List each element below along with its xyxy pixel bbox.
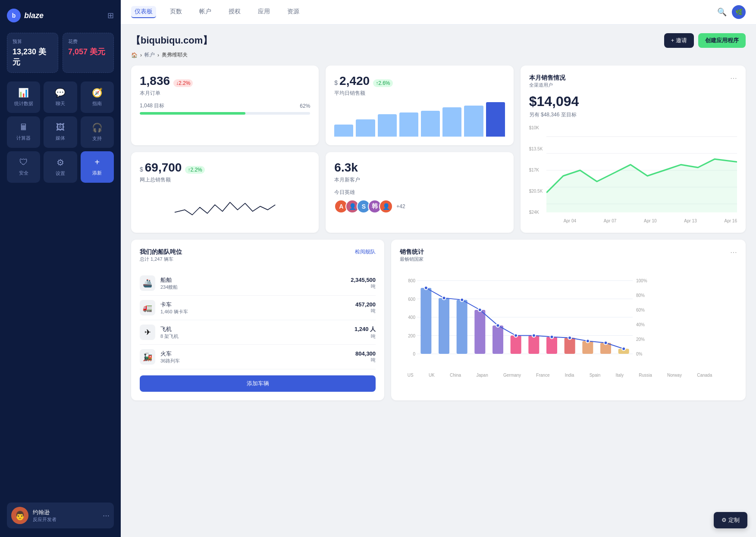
add-vehicle-button[interactable]: 添加车辆 xyxy=(140,375,376,392)
nav-item-chat[interactable]: 💬 聊天 xyxy=(44,81,77,113)
svg-point-44 xyxy=(604,341,608,345)
customers-label: 本月新客户 xyxy=(334,176,505,184)
tab-account[interactable]: 帐户 xyxy=(196,6,215,18)
customize-button[interactable]: ⚙ 定制 xyxy=(714,512,747,528)
fleet-header: 我们的船队吨位 总计 1,247 辆车 检阅舰队 xyxy=(140,248,376,269)
svg-point-35 xyxy=(442,296,446,300)
fleet-item-unit: 吨 xyxy=(355,308,376,314)
country-label: Russia xyxy=(639,373,652,378)
progress-label: 1,048 目标 xyxy=(140,102,164,109)
tab-apps[interactable]: 应用 xyxy=(254,6,273,18)
invite-button[interactable]: + 邀请 xyxy=(664,33,694,48)
orders-header: 1,836 ↓2.2% xyxy=(140,74,310,88)
fleet-item-info: 火车 36路列车 xyxy=(160,350,350,364)
mini-bar-6 xyxy=(464,106,483,137)
chart-y-labels: $24K $20.5K $17K $13.5K $10K xyxy=(529,125,543,215)
fleet-link[interactable]: 检阅舰队 xyxy=(355,248,376,256)
new-customers-card: 6.3k 本月新客户 今日英雄 A 👤 S 韩 👤 +42 xyxy=(326,152,513,233)
sales-stats-title: 销售统计 xyxy=(400,248,424,256)
svg-rect-27 xyxy=(511,336,521,354)
nav-item-support[interactable]: 🎧 支持 xyxy=(81,116,114,148)
mini-bar-3 xyxy=(399,112,418,137)
nav-item-guide[interactable]: 🧭 指南 xyxy=(81,81,114,113)
fleet-item-name: 船舶 xyxy=(160,276,345,284)
sidebar-settings-icon[interactable]: ⊞ xyxy=(107,11,114,20)
sales-title: 本月销售情况 xyxy=(529,74,565,82)
svg-text:0%: 0% xyxy=(636,352,643,356)
tab-pages[interactable]: 页数 xyxy=(166,6,185,18)
nav-item-add[interactable]: + 添新 xyxy=(81,151,114,183)
svg-point-39 xyxy=(514,334,518,337)
budget-row: 预算 13,230 美元 花费 7,057 美元 xyxy=(7,33,114,73)
search-icon[interactable]: 🔍 xyxy=(717,7,727,17)
svg-rect-29 xyxy=(546,337,557,354)
tab-dashboard[interactable]: 仪表板 xyxy=(131,6,156,18)
avg-sales-value: 2,420 xyxy=(339,74,370,88)
breadcrumb-account[interactable]: 帐户 xyxy=(144,51,155,59)
add-label: 添新 xyxy=(92,170,102,176)
orders-card: 1,836 ↓2.2% 本月订单 1,048 目标 62% xyxy=(131,66,319,145)
top-nav: 仪表板页数帐户授权应用资源 🔍 🌿 xyxy=(121,0,756,25)
user-nav-icon[interactable]: 🌿 xyxy=(732,5,746,19)
fleet-item-value: 804,300 吨 xyxy=(355,350,376,363)
sales-stats-header: 销售统计 最畅销国家 ⋯ xyxy=(400,248,737,269)
fleet-item-icon: 🚛 xyxy=(140,300,155,315)
mini-bar-0 xyxy=(334,125,353,137)
svg-point-34 xyxy=(424,286,428,290)
nav-item-security[interactable]: 🛡 安全 xyxy=(7,151,40,183)
country-label: China xyxy=(450,373,461,378)
total-sales-header: $ 69,700 ↑2.2% xyxy=(140,161,310,175)
fleet-item-count: 8 架飞机 xyxy=(160,333,349,340)
nav-item-media[interactable]: 🖼 媒体 xyxy=(44,116,77,148)
nav-item-stats[interactable]: 📊 统计数据 xyxy=(7,81,40,113)
breadcrumb: 🏠 › 帐户 › 奥弗维耶夫 xyxy=(131,51,746,59)
avg-sales-card: $ 2,420 ↑2.6% 平均日销售额 xyxy=(326,66,513,145)
create-app-button[interactable]: 创建应用程序 xyxy=(698,33,746,48)
fleet-item-info: 飞机 8 架飞机 xyxy=(160,325,349,340)
settings-label: 设置 xyxy=(56,170,65,177)
sidebar-logo: b blaze ⊞ xyxy=(7,9,114,22)
tab-auth[interactable]: 授权 xyxy=(225,6,244,18)
fleet-item-name: 飞机 xyxy=(160,325,349,333)
mini-bar-1 xyxy=(356,119,375,137)
orders-value: 1,836 xyxy=(140,74,170,88)
nav-item-settings[interactable]: ⚙ 设置 xyxy=(44,151,77,183)
svg-text:400: 400 xyxy=(408,315,415,320)
fleet-item-amount: 457,200 xyxy=(355,301,376,308)
nav-item-calculator[interactable]: 🖩 计算器 xyxy=(7,116,40,148)
avg-sales-label: 平均日销售额 xyxy=(334,90,505,97)
country-label: Germany xyxy=(503,373,521,378)
fleet-item-count: 1,460 辆卡车 xyxy=(160,309,350,315)
customers-value: 6.3k xyxy=(334,161,358,175)
svg-point-41 xyxy=(550,335,554,339)
breadcrumb-home[interactable]: 🏠 xyxy=(131,52,138,58)
svg-text:20%: 20% xyxy=(636,337,645,342)
fleet-item: 🚂 火车 36路列车 804,300 吨 xyxy=(140,345,376,369)
user-info: 约翰逊 反应开发者 xyxy=(33,509,98,523)
user-menu-icon[interactable]: ⋯ xyxy=(103,512,110,520)
fleet-item-count: 234艘船 xyxy=(160,284,345,290)
svg-rect-23 xyxy=(439,298,449,354)
page-title: 【biqubiqu.com】 xyxy=(131,34,212,47)
app-name: blaze xyxy=(24,11,44,20)
fleet-item-amount: 1,240 人 xyxy=(354,325,376,333)
tab-resources[interactable]: 资源 xyxy=(284,6,303,18)
svg-text:200: 200 xyxy=(408,334,415,338)
fleet-item-unit: 吨 xyxy=(351,283,376,290)
total-sales-card: $ 69,700 ↑2.2% 网上总销售额 xyxy=(131,152,319,233)
country-label: Canada xyxy=(697,373,712,378)
nav-tabs: 仪表板页数帐户授权应用资源 xyxy=(131,6,303,18)
sales-stats-menu-icon[interactable]: ⋯ xyxy=(730,248,737,256)
fleet-item-value: 1,240 人 吨 xyxy=(354,325,376,340)
chart-country-labels: USUKChinaJapanGermanyFranceIndiaSpainIta… xyxy=(400,373,737,378)
calculator-label: 计算器 xyxy=(16,135,31,141)
support-icon: 🎧 xyxy=(92,122,103,133)
progress-row: 1,048 目标 62% xyxy=(140,102,310,109)
wavy-chart xyxy=(140,192,310,222)
security-icon: 🛡 xyxy=(19,157,28,167)
fleet-title: 我们的船队吨位 xyxy=(140,248,182,256)
sidebar: b blaze ⊞ 预算 13,230 美元 花费 7,057 美元 📊 统计数… xyxy=(0,0,121,537)
media-icon: 🖼 xyxy=(56,122,65,132)
sales-menu-icon[interactable]: ⋯ xyxy=(730,74,737,82)
main-content: 仪表板页数帐户授权应用资源 🔍 🌿 【biqubiqu.com】 + 邀请 创建… xyxy=(121,0,756,537)
